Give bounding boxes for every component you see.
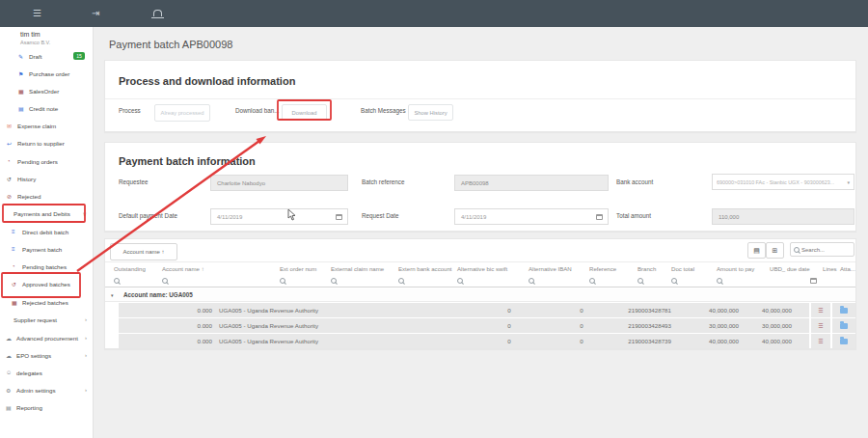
- rejected-icon: ⊘: [7, 193, 17, 200]
- sidebar-item-expense-claim[interactable]: ✉ Expense claim: [0, 118, 94, 133]
- sidebar-item-reporting[interactable]: ▤ Reporting: [0, 399, 94, 415]
- filter-reference[interactable]: [587, 278, 636, 284]
- sidebar-item-pending-batches[interactable]: ◔ Pending batches: [0, 259, 94, 274]
- calendar-icon[interactable]: [336, 214, 342, 220]
- col-external-claim-name[interactable]: External claim name: [329, 265, 396, 272]
- group-by-chip[interactable]: Account name ↑: [110, 243, 177, 260]
- grid-search[interactable]: [790, 242, 854, 257]
- export-icon[interactable]: ▤: [747, 242, 766, 259]
- sidebar-item-approved-batches[interactable]: ↺ Approved batches: [0, 276, 94, 291]
- cell-outstanding: 0.000: [119, 318, 215, 333]
- table-row[interactable]: 0.000 UGA005 - Uganda Revenue Authority …: [105, 334, 855, 348]
- search-input[interactable]: [800, 246, 852, 254]
- sidebar-item-payment-batch[interactable]: ≡ Payment batch: [0, 241, 94, 257]
- col-account-name[interactable]: Account name ↑: [160, 265, 278, 272]
- filter-alternative-iban[interactable]: [527, 278, 587, 284]
- cell-doc-total: 40,000,000: [673, 303, 743, 317]
- process-download-card: Process and download information Process…: [104, 60, 856, 132]
- attachment-folder-icon[interactable]: [840, 308, 848, 314]
- total-amount-label: Total amount: [616, 212, 651, 219]
- divider: [105, 98, 855, 99]
- cell-reference: 2190003428493: [620, 318, 673, 333]
- col-outstanding[interactable]: Outstanding: [112, 265, 160, 272]
- sidebar-group-supplier-request[interactable]: Supplier request ›: [0, 312, 94, 327]
- col-extern-bank-account[interactable]: Extern bank account: [396, 265, 455, 272]
- cell-reference: 2190003428781: [620, 303, 673, 317]
- sidebar-group-admin-settings[interactable]: ⚙ Admin settings ›: [0, 382, 94, 397]
- cell-doc-total: 30,000,000: [673, 318, 743, 333]
- filter-doc-total[interactable]: [669, 278, 715, 284]
- sidebar-group-epo-settings[interactable]: ☁ EPO settings ›: [0, 347, 94, 363]
- bell-icon[interactable]: [153, 10, 162, 16]
- top-bar: ☰ ⇥: [0, 0, 868, 27]
- batch-messages-label: Batch Messages: [361, 107, 406, 114]
- attachment-folder-icon[interactable]: [840, 323, 848, 329]
- col-alternative-iban[interactable]: Alternative IBAN: [527, 265, 587, 272]
- collapse-chevron-icon[interactable]: ▾: [111, 292, 114, 298]
- attachment-folder-icon[interactable]: [840, 339, 848, 344]
- bank-account-select[interactable]: 690000>031010 FAc - Stanbic UGX - 903000…: [712, 174, 854, 190]
- search-icon: [717, 278, 722, 284]
- filter-amount-to-pay[interactable]: [715, 278, 768, 284]
- pending-batches-icon: ◔: [12, 263, 22, 269]
- default-payment-date-field[interactable]: 4/11/2019: [210, 208, 348, 225]
- sidebar-item-return-to-supplier[interactable]: ↩ Return to supplier: [0, 135, 94, 151]
- col-doc-total[interactable]: Doc total: [669, 265, 715, 272]
- chevron-right-icon: ›: [85, 387, 87, 393]
- filter-ext-order-num[interactable]: [278, 278, 329, 284]
- sidebar-item-history[interactable]: ↺ History: [0, 171, 94, 186]
- lines-icon[interactable]: ☰: [818, 323, 823, 329]
- col-amount-to-pay[interactable]: Amount to pay: [715, 265, 768, 272]
- sidebar-item-credit-note[interactable]: ▤ Credit note: [0, 100, 94, 116]
- already-processed-button: Alreay processed: [154, 104, 210, 122]
- logout-icon[interactable]: ⇥: [92, 0, 99, 27]
- col-alternative-bic-swift[interactable]: Alternative bic swift: [455, 265, 527, 272]
- filter-extern-bank-account[interactable]: [396, 278, 455, 284]
- cell-alt-bic-swift: 0: [495, 318, 524, 333]
- col-lines[interactable]: Lines: [821, 265, 838, 272]
- sidebar-item-rejected-batches[interactable]: ▦ Rejected batches: [0, 294, 94, 310]
- requestee-field: Charlotte Nabodyo: [210, 175, 348, 191]
- lines-icon[interactable]: ☰: [818, 308, 823, 314]
- return-supplier-icon: ↩: [7, 140, 17, 147]
- sidebar-item-salesorder[interactable]: ▦ SalesOrder: [0, 83, 94, 98]
- lines-icon[interactable]: ☰: [818, 339, 823, 344]
- epo-settings-icon: ☁: [6, 352, 16, 359]
- col-reference[interactable]: Reference: [587, 265, 636, 272]
- sidebar-item-delegates[interactable]: ☺ delegates: [0, 365, 94, 380]
- table-row[interactable]: 0.000 UGA005 - Uganda Revenue Authority …: [105, 318, 855, 333]
- filter-branch[interactable]: [636, 278, 669, 284]
- sidebar-item-draft[interactable]: ✎ Draft 15: [0, 48, 94, 64]
- chevron-right-icon: ›: [85, 316, 87, 322]
- filter-ubd-due-date[interactable]: [768, 278, 821, 284]
- filter-alternative-bic-swift[interactable]: [455, 278, 527, 284]
- sidebar-group-payments-and-debits[interactable]: Payments and Debits ∨: [0, 205, 94, 221]
- sidebar-item-purchase-order[interactable]: ⚑ Purchase order: [0, 66, 94, 81]
- table-row[interactable]: 0.000 UGA005 - Uganda Revenue Authority …: [105, 303, 855, 317]
- col-branch[interactable]: Branch: [636, 265, 669, 272]
- sidebar-group-advanced-procurement[interactable]: ☁ Advanced procurement ›: [0, 330, 94, 345]
- filter-external-claim-name[interactable]: [329, 278, 396, 284]
- download-button[interactable]: Download: [282, 104, 327, 121]
- approved-batches-icon: ↺: [12, 281, 22, 287]
- filter-account-name[interactable]: [160, 278, 278, 284]
- advanced-procurement-icon: ☁: [6, 335, 16, 342]
- search-icon: [637, 278, 643, 284]
- default-payment-date-label: Default payment Date: [119, 212, 177, 219]
- group-row[interactable]: ▾ Account name: UGA005: [105, 288, 855, 302]
- sidebar-item-pending-orders[interactable]: ◔ Pending orders: [0, 153, 94, 169]
- sidebar-item-rejected[interactable]: ⊘ Rejected: [0, 188, 94, 204]
- col-ubd-due-date[interactable]: UBD_ due date: [768, 265, 821, 272]
- draft-count-badge: 15: [73, 52, 85, 60]
- column-chooser-icon[interactable]: ⊞: [766, 242, 784, 259]
- col-attachments[interactable]: Atta...: [838, 265, 855, 272]
- menu-icon[interactable]: ☰: [33, 0, 41, 27]
- col-ext-order-num[interactable]: Ext order num: [278, 265, 329, 272]
- request-date-field[interactable]: 4/11/2019: [454, 208, 609, 225]
- sidebar-item-direct-debit-batch[interactable]: ≡ Direct debit batch: [0, 224, 94, 239]
- process-label: Process: [119, 107, 141, 114]
- show-history-button[interactable]: Show History: [408, 104, 453, 121]
- search-icon: [671, 278, 677, 284]
- filter-outstanding[interactable]: [112, 278, 160, 284]
- calendar-icon[interactable]: [596, 214, 603, 220]
